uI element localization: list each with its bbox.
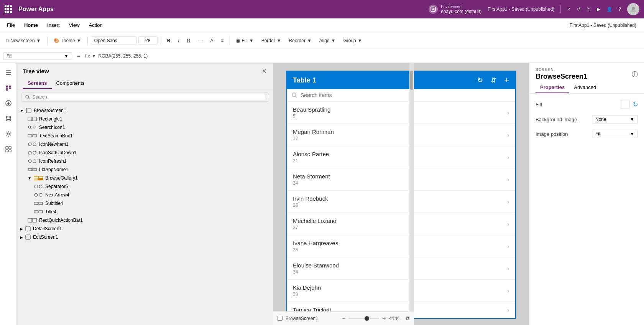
tree-panel: Tree view ✕ Screens Components ▼ BrowseS… (17, 63, 273, 325)
italic-button[interactable]: I (175, 36, 182, 45)
tree-item-rectquickactionbar1[interactable]: RectQuickActionBar1 (17, 216, 273, 224)
sidebar-data-icon[interactable] (2, 112, 15, 125)
add-header-icon[interactable]: + (504, 75, 509, 85)
user-avatar[interactable] (627, 3, 639, 15)
menu-insert[interactable]: Insert (43, 21, 64, 30)
tree-close-button[interactable]: ✕ (262, 68, 267, 75)
list-item-8[interactable]: Kia Dejohn 38 › (287, 280, 515, 302)
sort-header-icon[interactable]: ⇵ (491, 76, 496, 84)
tree-item-searchicon1[interactable]: SearchIcon1 (17, 123, 273, 132)
font-size-input[interactable] (138, 36, 158, 45)
tab-screens[interactable]: Screens (23, 78, 52, 89)
tree-item-subtitle4[interactable]: Subtitle4 (17, 199, 273, 208)
list-item-3[interactable]: Neta Storment 24 › (287, 168, 515, 191)
group-button[interactable]: Group ▼ (340, 36, 365, 45)
theme-button[interactable]: 🎨 Theme ▼ (51, 36, 84, 45)
check-icon[interactable]: ✓ (567, 7, 571, 12)
tree-item-browsegallery1[interactable]: ▼ BrowseGallery1 (17, 174, 273, 182)
underline-button[interactable]: U (184, 36, 194, 45)
screen-preview[interactable]: Table 1 ↻ ⇵ + Beau Spratling 5 (286, 71, 516, 319)
list-item-6[interactable]: Ivana Hargreaves 28 › (287, 235, 515, 257)
align-button[interactable]: Align ▼ (316, 36, 339, 45)
canvas-scrollbar-thumb[interactable] (410, 71, 413, 90)
border-button[interactable]: Border ▼ (258, 36, 284, 45)
bold-button[interactable]: B (164, 36, 174, 45)
environment-icon (429, 5, 438, 14)
font-input[interactable] (91, 36, 137, 45)
strikethrough-button[interactable]: — (195, 36, 205, 45)
redo-icon[interactable]: ↻ (587, 7, 591, 12)
undo-icon[interactable]: ↺ (577, 7, 581, 12)
formula-input[interactable] (99, 53, 641, 59)
sidebar-settings-icon[interactable] (2, 127, 15, 140)
property-selector[interactable]: Fill ▼ (3, 52, 72, 60)
font-color-button[interactable]: A (207, 36, 216, 45)
sidebar-treeview-icon[interactable] (2, 81, 15, 94)
tree-item-title4[interactable]: Title4 (17, 208, 273, 216)
tree-item-iconsortupdown1[interactable]: IconSortUpDown1 (17, 148, 273, 157)
list-item-name-5: Mechelle Lozano (293, 218, 507, 224)
right-panel-info-icon[interactable]: ⓘ (632, 71, 638, 79)
sidebar-add-icon[interactable] (2, 97, 15, 110)
tree-item-separator5[interactable]: Separator5 (17, 182, 273, 191)
svg-rect-38 (39, 177, 43, 178)
sidebar-menu-icon[interactable]: ☰ (2, 66, 15, 79)
menu-view[interactable]: View (65, 21, 84, 30)
screen-search-input[interactable] (301, 92, 511, 98)
img-pos-select[interactable]: Fit ▼ (592, 130, 638, 138)
refresh-header-icon[interactable]: ↻ (477, 76, 483, 84)
zoom-minus-button[interactable]: − (342, 315, 345, 322)
zoom-slider[interactable] (348, 318, 379, 319)
new-screen-button[interactable]: □ New screen ▼ (3, 36, 44, 45)
list-item-7[interactable]: Elouise Stanwood 34 › (287, 257, 515, 280)
fill-refresh-icon[interactable]: ↻ (633, 101, 638, 108)
canvas-scrollbar[interactable] (409, 63, 414, 311)
list-item-text-8: Kia Dejohn 38 (293, 284, 507, 297)
tree-item-textsearchbox1[interactable]: TextSearchBox1 (17, 132, 273, 140)
tree-item-iconrefresh1[interactable]: IconRefresh1 (17, 157, 273, 165)
right-panel-title: BrowseScreen1 (536, 73, 587, 81)
zoom-slider-thumb[interactable] (365, 316, 369, 321)
sidebar-components-icon[interactable] (2, 143, 15, 156)
screen-header: Table 1 ↻ ⇵ + (287, 71, 515, 89)
help-icon[interactable]: ? (618, 7, 621, 12)
tab-properties[interactable]: Properties (536, 82, 569, 93)
reorder-button[interactable]: Reorder ▼ (286, 36, 315, 45)
screen-search-icon (291, 92, 297, 98)
list-item-2[interactable]: Alonso Partee 21 › (287, 146, 515, 168)
list-item-5[interactable]: Mechelle Lozano 27 › (287, 213, 515, 235)
rectangle-icon (28, 117, 32, 121)
fill-label: Fill (242, 38, 247, 43)
tree-item-detailscreen1[interactable]: ▶ DetailScreen1 (17, 224, 273, 233)
tree-item-browsescreen1[interactable]: ▼ BrowseScreen1 (17, 106, 273, 115)
play-icon[interactable]: ▶ (597, 7, 600, 12)
apps-grid-icon[interactable] (5, 5, 12, 13)
screen-checkbox[interactable] (278, 316, 283, 321)
fullscreen-icon[interactable]: ⧉ (406, 315, 409, 322)
tab-advanced[interactable]: Advanced (569, 82, 601, 93)
zoom-plus-button[interactable]: + (382, 315, 386, 322)
list-item-0[interactable]: Beau Spratling 5 › (287, 102, 515, 124)
menu-file[interactable]: File (3, 21, 19, 30)
menu-home[interactable]: Home (20, 21, 42, 30)
tree-item-editscreen1[interactable]: ▶ EditScreen1 (17, 233, 273, 241)
tab-components[interactable]: Components (52, 78, 89, 89)
iconrefresh1-label: IconRefresh1 (39, 158, 66, 164)
person-icon[interactable]: 👤 (606, 7, 612, 12)
list-item-4[interactable]: Irvin Roebuck 26 › (287, 191, 515, 213)
fill-button[interactable]: ◼ Fill ▼ (233, 36, 256, 45)
tree-search-input[interactable] (33, 94, 265, 100)
align-text-button[interactable]: ≡ (218, 36, 227, 45)
menu-action[interactable]: Action (85, 21, 107, 30)
right-panel: SCREEN BrowseScreen1 ⓘ Properties Advanc… (529, 63, 644, 325)
fx-indicator: fx ▼ (85, 53, 96, 59)
tree-item-lblappname1[interactable]: LblAppName1 (17, 165, 273, 174)
tree-item-rectangle1[interactable]: Rectangle1 (17, 115, 273, 123)
tree-item-nextarrow4[interactable]: NextArrow4 (17, 191, 273, 199)
bg-image-select[interactable]: None ▼ (592, 115, 638, 124)
svg-rect-19 (26, 108, 31, 113)
fill-color-swatch[interactable] (621, 100, 630, 109)
nextarrow4-label: NextArrow4 (45, 192, 69, 198)
tree-item-iconnewitem1[interactable]: IconNewItem1 (17, 140, 273, 148)
list-item-1[interactable]: Megan Rohman 12 › (287, 124, 515, 146)
